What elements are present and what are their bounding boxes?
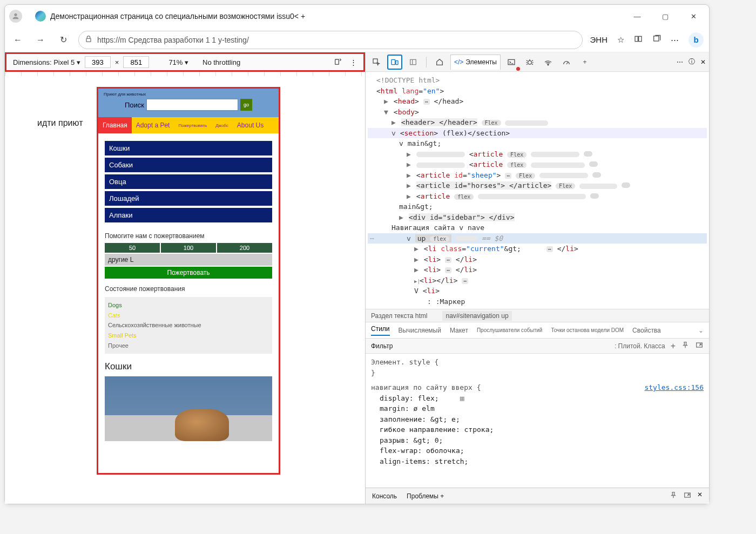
browser-tab[interactable]: Демонстрационная страница со специальным…: [31, 11, 309, 22]
dimensions-dropdown[interactable]: Dimensions: Pixel 5 ▾: [13, 58, 80, 66]
dom-head[interactable]: ▶ <head> ⋯ </head>: [368, 96, 707, 107]
welcome-tab-icon[interactable]: [432, 55, 447, 70]
dom-article3[interactable]: ▶ <article flex: [368, 191, 707, 202]
favorite-icon[interactable]: ☆: [617, 35, 624, 45]
dom-li4[interactable]: ▶|<li></li> ⋯: [368, 275, 707, 286]
tab-listeners[interactable]: Прослушиватели событий: [477, 327, 543, 333]
dom-li-current[interactable]: ▶ <li class="current"&gt; ⋯ </li>: [368, 244, 707, 254]
nav-adopt[interactable]: Adopt a Pet: [132, 117, 174, 133]
height-input[interactable]: [123, 56, 149, 68]
rotate-icon[interactable]: [334, 57, 342, 67]
tab-properties[interactable]: Свойства: [632, 327, 661, 334]
source-link[interactable]: styles.css:156: [644, 382, 704, 393]
refresh-button[interactable]: ↻: [56, 32, 71, 48]
tab-styles[interactable]: Стили: [371, 325, 390, 336]
dom-header[interactable]: ▶ <header> </header> Flex: [368, 117, 707, 128]
elements-tab[interactable]: </> Элементы: [450, 55, 501, 70]
tab-layout[interactable]: Макет: [450, 327, 468, 334]
forward-button[interactable]: →: [33, 32, 48, 48]
dom-article-horses[interactable]: ▶ <article id="horses"> </article> Flex: [368, 180, 707, 191]
hov-cls[interactable]: : Плитой. Класса: [615, 342, 665, 350]
issues-tab[interactable]: Проблемы +: [407, 492, 444, 500]
dom-ul[interactable]: ⋯v up flex == $0: [368, 233, 707, 244]
dom-article1[interactable]: ▶ <article Flex: [368, 149, 707, 160]
dom-li3[interactable]: ▶ <li> ⋯ </li>: [368, 265, 707, 275]
donate-100[interactable]: 100: [161, 243, 216, 253]
filter-label[interactable]: Фильтр: [371, 342, 393, 350]
drawer-close-icon[interactable]: ✕: [697, 491, 703, 501]
panel-pop-icon[interactable]: [695, 341, 704, 351]
dom-a-her[interactable]: <a her Нам: [368, 307, 707, 309]
address-bar[interactable]: https://m Средства разработки 1 1 y-test…: [78, 31, 583, 49]
list-item[interactable]: Кошки: [105, 141, 272, 156]
go-button[interactable]: go: [240, 99, 252, 111]
devtools-more-icon[interactable]: ⋯: [677, 58, 683, 66]
nav-jobs[interactable]: Джобс: [211, 117, 233, 133]
list-item[interactable]: Алпаки: [105, 208, 272, 222]
inspect-icon[interactable]: [369, 55, 384, 70]
pin-icon[interactable]: [681, 341, 690, 351]
nav-rule[interactable]: навигация по сайту вверх {styles.css:156…: [371, 382, 704, 467]
nav-home[interactable]: Главная: [98, 117, 132, 133]
dom-nav-label[interactable]: Навигация сайта v nave: [368, 222, 707, 233]
donate-submit[interactable]: Пожертвовать: [105, 267, 272, 279]
dom-li2[interactable]: ▶ <li> ⋯ </li>: [368, 254, 707, 265]
more-icon[interactable]: ⋯: [671, 35, 679, 45]
donate-50[interactable]: 50: [105, 243, 160, 253]
tab-computed[interactable]: Вычисляемый: [399, 327, 441, 334]
maximize-button[interactable]: ▢: [657, 8, 673, 24]
dom-breadcrumb[interactable]: Раздел текста html nav#sitenavigation up: [366, 309, 709, 322]
dom-sidebar[interactable]: ▶ <div id="sidebar"> </div>: [368, 212, 707, 223]
dom-main-open[interactable]: v main&gt;: [368, 138, 707, 149]
tab-breakpoints[interactable]: Точки останова модели DOM: [551, 327, 624, 333]
add-tab-icon[interactable]: +: [577, 55, 592, 70]
breadcrumb-seg1[interactable]: Раздел текста html: [371, 312, 427, 320]
dom-article-sheep[interactable]: ▶ <article id="sheep"> ⋯ Flex: [368, 170, 707, 181]
list-item[interactable]: Собаки: [105, 158, 272, 172]
bug-icon[interactable]: [522, 55, 537, 70]
device-more-icon[interactable]: ⋮: [350, 58, 357, 66]
console-tab-icon[interactable]: [504, 55, 519, 70]
dom-html[interactable]: <html lang="en">: [368, 86, 707, 97]
dom-body[interactable]: ▼ <body>: [368, 107, 707, 118]
split-icon[interactable]: [634, 35, 643, 45]
device-emulation-icon[interactable]: [387, 55, 402, 70]
donate-200[interactable]: 200: [217, 243, 272, 253]
dom-section[interactable]: v <section> (flex)</section>: [368, 128, 707, 139]
collections-icon[interactable]: [652, 35, 661, 45]
flex-editor-icon[interactable]: ▦: [460, 394, 464, 402]
devtools-close-icon[interactable]: ✕: [700, 58, 706, 66]
panel-icon[interactable]: [406, 55, 421, 70]
dom-main-close[interactable]: main&gt;: [368, 201, 707, 212]
dom-tree[interactable]: <!DOCTYPE html> <html lang="en"> ▶ <head…: [366, 72, 709, 309]
drawer-pop-icon[interactable]: [683, 491, 692, 501]
throttling-dropdown[interactable]: No throttling: [202, 58, 240, 66]
search-input[interactable]: [146, 99, 238, 111]
console-tab[interactable]: Консоль: [372, 492, 397, 500]
breadcrumb-seg2[interactable]: nav#sitenavigation up: [442, 311, 511, 321]
width-input[interactable]: [85, 56, 111, 68]
dom-article2[interactable]: ▶ <article flex: [368, 159, 707, 170]
dom-doctype[interactable]: <!DOCTYPE html>: [368, 75, 707, 86]
help-icon[interactable]: ⓘ: [688, 57, 695, 66]
bing-icon[interactable]: b: [688, 32, 704, 48]
performance-icon[interactable]: [559, 55, 574, 70]
list-item[interactable]: Овца: [105, 174, 272, 189]
back-button[interactable]: ←: [10, 32, 25, 48]
element-style-rule[interactable]: Элемент. style { }: [371, 357, 704, 378]
minimize-button[interactable]: —: [629, 8, 645, 24]
dom-li5[interactable]: V <li>: [368, 286, 707, 296]
dom-marker[interactable]: : :Маркер: [368, 296, 707, 307]
chevron-down-icon[interactable]: ⌄: [698, 327, 704, 334]
profile-avatar[interactable]: [9, 10, 22, 23]
nav-about[interactable]: About Us: [233, 117, 268, 133]
list-item[interactable]: Лошадей: [105, 191, 272, 206]
styles-body[interactable]: Элемент. style { } навигация по сайту вв…: [366, 354, 709, 488]
drawer-pin-icon[interactable]: [669, 491, 678, 501]
reader-badge[interactable]: ЭНН: [590, 35, 608, 44]
donate-other[interactable]: другие L: [105, 254, 272, 266]
zoom-dropdown[interactable]: 71% ▾: [168, 58, 188, 66]
nav-donate[interactable]: Пожертвовать: [174, 117, 211, 133]
network-icon[interactable]: [541, 55, 556, 70]
add-rule-icon[interactable]: +: [671, 341, 676, 351]
